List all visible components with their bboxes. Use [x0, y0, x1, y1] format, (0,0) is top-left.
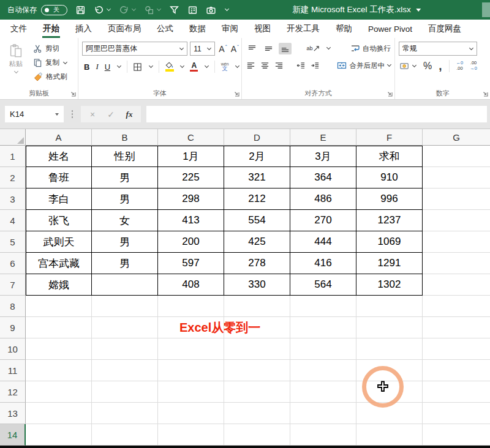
- row-header-6[interactable]: 6: [0, 253, 26, 274]
- cell-A1[interactable]: 姓名: [26, 146, 92, 167]
- cell-C12[interactable]: [158, 381, 224, 403]
- align-middle-button[interactable]: [262, 43, 275, 54]
- cell-C1[interactable]: 1月: [158, 146, 224, 167]
- cell-A4[interactable]: 张飞: [26, 210, 92, 231]
- cell-C7[interactable]: 408: [158, 274, 224, 296]
- format-painter-button[interactable]: 格式刷: [33, 71, 67, 83]
- increase-indent-button[interactable]: [310, 60, 320, 72]
- cell-B13[interactable]: [92, 403, 158, 424]
- cell-C10[interactable]: [158, 338, 224, 360]
- cell-B4[interactable]: 女: [92, 210, 158, 231]
- table-icon[interactable]: [187, 5, 198, 15]
- autosave-switch[interactable]: 关: [41, 5, 67, 15]
- cell-A13[interactable]: [26, 403, 92, 424]
- cell-E8[interactable]: [290, 296, 356, 317]
- cut-button[interactable]: 剪切: [33, 43, 67, 54]
- cell-E2[interactable]: 364: [290, 167, 356, 189]
- phonetic-guide-button[interactable]: wén 文: [221, 62, 229, 72]
- cell-B2[interactable]: 男: [92, 167, 158, 189]
- cell-E7[interactable]: 564: [290, 274, 356, 296]
- cell-C4[interactable]: 413: [158, 210, 224, 231]
- borders-dropdown-icon[interactable]: [148, 64, 153, 69]
- cell-F4[interactable]: 1237: [356, 210, 423, 231]
- copy-button[interactable]: 复制: [33, 57, 67, 69]
- cell-D6[interactable]: 278: [224, 253, 290, 274]
- cell-D2[interactable]: 321: [224, 167, 290, 189]
- wrap-text-button[interactable]: 自动换行: [350, 44, 391, 53]
- percent-style-button[interactable]: %: [423, 61, 432, 72]
- row-header-4[interactable]: 4: [0, 210, 26, 231]
- cell-E6[interactable]: 416: [290, 253, 356, 274]
- number-format-select[interactable]: 常规: [399, 42, 477, 56]
- cell-F7[interactable]: 1302: [356, 274, 423, 296]
- cell-B3[interactable]: 男: [92, 189, 158, 210]
- cell-A11[interactable]: [26, 360, 92, 381]
- select-all-corner[interactable]: [0, 129, 26, 146]
- cell-B12[interactable]: [92, 381, 158, 403]
- cell-B10[interactable]: [92, 338, 158, 360]
- cell-G13[interactable]: [423, 403, 490, 424]
- cell-E10[interactable]: [290, 338, 356, 360]
- insert-function-icon[interactable]: fx: [120, 110, 138, 119]
- col-header-D[interactable]: D: [224, 129, 290, 146]
- cell-A2[interactable]: 鲁班: [26, 167, 92, 189]
- save-icon[interactable]: [75, 5, 86, 15]
- tab-baidu-netdisk[interactable]: 百度网盘: [420, 20, 469, 38]
- cell-G3[interactable]: [423, 189, 490, 210]
- row-header-11[interactable]: 11: [0, 360, 26, 381]
- undo-icon[interactable]: [94, 5, 111, 15]
- italic-button[interactable]: I: [96, 62, 98, 72]
- redo-icon[interactable]: [119, 5, 136, 15]
- cell-A8[interactable]: [26, 296, 92, 317]
- cell-G12[interactable]: [423, 381, 490, 403]
- cell-F9[interactable]: [356, 317, 423, 338]
- cell-A9[interactable]: [26, 317, 92, 338]
- row-header-10[interactable]: 10: [0, 338, 26, 360]
- shapes-icon[interactable]: [144, 5, 161, 15]
- font-color-dropdown-icon[interactable]: [204, 64, 208, 69]
- cell-F10[interactable]: [356, 338, 423, 360]
- cell-C8[interactable]: [158, 296, 224, 317]
- enter-icon[interactable]: ✓: [102, 110, 120, 119]
- align-right-button[interactable]: [274, 60, 284, 72]
- shrink-font-button[interactable]: Aˇ: [231, 44, 239, 54]
- cell-B14[interactable]: [92, 424, 158, 446]
- cell-F2[interactable]: 910: [356, 167, 423, 189]
- font-dialog-launcher-icon[interactable]: [233, 91, 239, 97]
- cell-D4[interactable]: 554: [224, 210, 290, 231]
- cell-C14[interactable]: [158, 424, 224, 446]
- align-left-button[interactable]: [246, 60, 256, 72]
- cell-E3[interactable]: 486: [290, 189, 356, 210]
- cell-A7[interactable]: 嫦娥: [26, 274, 92, 296]
- row-header-1[interactable]: 1: [0, 146, 26, 167]
- cell-E14[interactable]: [290, 424, 356, 446]
- cell-G5[interactable]: [423, 231, 490, 253]
- cell-D3[interactable]: 212: [224, 189, 290, 210]
- number-dialog-launcher-icon[interactable]: [482, 91, 488, 97]
- cell-A5[interactable]: 武则天: [26, 231, 92, 253]
- font-name-select[interactable]: 阿里巴巴普惠体: [82, 42, 187, 56]
- cell-B5[interactable]: 男: [92, 231, 158, 253]
- underline-dropdown-icon[interactable]: [116, 64, 121, 69]
- cell-D14[interactable]: [224, 424, 290, 446]
- alignment-dialog-launcher-icon[interactable]: [386, 91, 393, 97]
- row-header-14[interactable]: 14: [0, 424, 26, 446]
- qat-more-icon[interactable]: [224, 7, 229, 12]
- cell-G8[interactable]: [423, 296, 490, 317]
- cell-F3[interactable]: 996: [356, 189, 423, 210]
- tab-help[interactable]: 帮助: [328, 20, 360, 38]
- paste-dropdown-icon[interactable]: [13, 70, 18, 75]
- cell-F1[interactable]: 求和: [356, 146, 423, 167]
- cell-C6[interactable]: 597: [158, 253, 224, 274]
- col-header-G[interactable]: G: [423, 129, 490, 146]
- tab-view[interactable]: 视图: [246, 20, 279, 38]
- cell-A6[interactable]: 宫本武藏: [26, 253, 92, 274]
- filter-icon[interactable]: [169, 5, 179, 15]
- autosave-toggle[interactable]: 自动保存 关: [7, 5, 67, 15]
- formula-input[interactable]: [146, 106, 487, 122]
- cell-F8[interactable]: [356, 296, 423, 317]
- cell-G10[interactable]: [423, 338, 490, 360]
- row-header-12[interactable]: 12: [0, 381, 26, 403]
- cell-D8[interactable]: [224, 296, 290, 317]
- col-header-F[interactable]: F: [356, 129, 423, 146]
